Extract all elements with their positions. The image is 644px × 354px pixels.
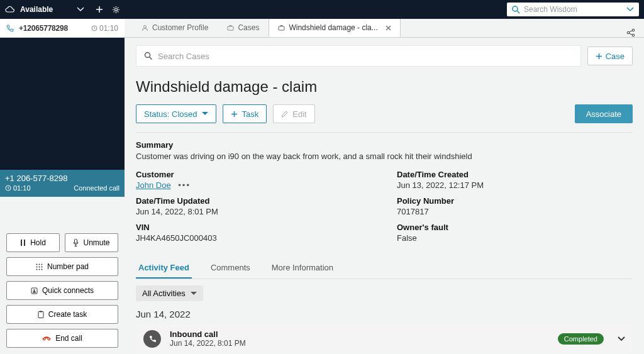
- new-case-button[interactable]: Case: [587, 47, 633, 65]
- connected-duration: 01:10: [13, 184, 31, 192]
- wisdom-search-input[interactable]: [524, 5, 626, 14]
- summary-text: Customer was driving on i90 on the way b…: [136, 152, 633, 161]
- hold-button[interactable]: Hold: [6, 233, 60, 252]
- case-title: Windshield damage - claim: [136, 78, 633, 96]
- svg-point-13: [41, 268, 42, 270]
- associate-button[interactable]: Associate: [575, 104, 633, 123]
- chevron-down-icon[interactable]: [626, 7, 634, 12]
- profile-icon: [142, 25, 148, 31]
- subtab-comments[interactable]: Comments: [208, 258, 253, 279]
- svg-rect-16: [38, 312, 43, 318]
- created-value: Jun 13, 2022, 12:17 PM: [397, 180, 633, 190]
- svg-point-23: [632, 34, 635, 36]
- fault-label: Owner's fault: [397, 223, 633, 232]
- policy-label: Policy Number: [397, 196, 633, 206]
- customer-link[interactable]: John Doe: [136, 180, 171, 190]
- svg-point-15: [33, 289, 35, 290]
- svg-point-10: [41, 266, 42, 267]
- clock-icon: [5, 185, 11, 191]
- svg-point-0: [115, 8, 118, 11]
- svg-rect-19: [228, 26, 233, 30]
- activity-title: Inbound call: [170, 329, 246, 339]
- pause-icon: [20, 240, 26, 246]
- active-call-card[interactable]: +12065778298 01:10: [0, 19, 125, 38]
- svg-rect-20: [279, 26, 284, 30]
- unmute-button[interactable]: Unmute: [65, 233, 118, 252]
- call-number: +12065778298: [19, 24, 68, 33]
- updated-value: Jun 14, 2022, 8:01 PM: [136, 207, 372, 216]
- svg-point-21: [632, 29, 635, 31]
- quick-connects-button[interactable]: Quick connects: [6, 281, 118, 300]
- summary-label: Summary: [136, 140, 633, 150]
- phone-circle-icon: [143, 330, 161, 348]
- status-dropdown-button[interactable]: Status: Closed: [136, 104, 216, 123]
- share-icon[interactable]: [618, 28, 644, 37]
- svg-rect-4: [75, 239, 77, 243]
- contacts-icon: [31, 287, 38, 294]
- subtab-activity-feed[interactable]: Activity Feed: [136, 258, 192, 279]
- connected-number: +1 206-577-8298: [5, 174, 119, 183]
- pencil-icon: [281, 111, 288, 118]
- search-cases-input[interactable]: [158, 52, 573, 61]
- search-icon: [512, 6, 520, 14]
- plus-icon: [231, 111, 238, 118]
- wisdom-search[interactable]: [507, 3, 639, 16]
- tab-case-detail[interactable]: Windshield damage - cla...: [269, 19, 400, 37]
- subtab-more-info[interactable]: More Information: [269, 258, 336, 279]
- numpad-button[interactable]: Number pad: [6, 257, 118, 276]
- status-dropdown[interactable]: [77, 7, 84, 12]
- caret-down-icon: [202, 112, 208, 116]
- activity-row[interactable]: Inbound call Jun 14, 2022, 8:01 PM Compl…: [136, 324, 633, 353]
- policy-value: 7017817: [397, 207, 633, 216]
- caret-down-icon: [191, 292, 197, 296]
- search-icon: [144, 52, 153, 60]
- svg-point-22: [627, 31, 630, 34]
- end-call-button[interactable]: End call: [6, 329, 118, 348]
- svg-point-6: [38, 263, 40, 265]
- svg-point-11: [36, 268, 37, 270]
- activity-filter[interactable]: All Activities: [136, 285, 203, 301]
- svg-point-18: [144, 25, 147, 28]
- vin-value: JH4KA4650JC000403: [136, 233, 372, 243]
- fault-value: False: [397, 233, 633, 243]
- mic-icon: [73, 239, 79, 246]
- agent-status: Available: [20, 5, 53, 14]
- svg-point-9: [38, 266, 40, 267]
- svg-point-7: [41, 263, 42, 265]
- svg-point-1: [513, 6, 518, 11]
- chevron-down-icon[interactable]: [618, 336, 625, 341]
- created-label: Date/Time Created: [397, 170, 633, 179]
- close-tab-icon[interactable]: [386, 25, 391, 31]
- svg-rect-17: [40, 311, 42, 313]
- svg-point-12: [38, 268, 40, 270]
- activity-time: Jun 14, 2022, 8:01 PM: [170, 339, 246, 348]
- plus-icon: [596, 53, 602, 60]
- briefcase-icon: [227, 25, 234, 31]
- settings-icon[interactable]: [112, 6, 120, 14]
- task-button[interactable]: Task: [223, 104, 267, 123]
- grid-icon: [36, 263, 43, 270]
- cloud-icon: [5, 6, 15, 13]
- vin-label: VIN: [136, 223, 372, 232]
- activity-status-badge: Completed: [558, 333, 604, 345]
- more-icon[interactable]: •••: [178, 180, 191, 190]
- edit-button: Edit: [273, 104, 314, 123]
- clock-icon: [91, 25, 97, 31]
- svg-point-24: [145, 53, 150, 58]
- search-cases[interactable]: [136, 45, 581, 67]
- connected-call-banner: +1 206-577-8298 01:10 Connected call: [0, 170, 125, 197]
- create-task-button[interactable]: Create task: [6, 305, 118, 324]
- clipboard-icon: [38, 311, 44, 318]
- briefcase-icon: [278, 25, 285, 31]
- call-duration: 01:10: [99, 24, 118, 33]
- add-icon[interactable]: [96, 6, 103, 13]
- activity-date-header: Jun 14, 2022: [136, 309, 633, 319]
- customer-label: Customer: [136, 170, 372, 179]
- tab-customer-profile[interactable]: Customer Profile: [132, 19, 218, 37]
- end-call-icon: [42, 335, 51, 341]
- updated-label: Date/Time Updated: [136, 196, 372, 206]
- svg-point-8: [36, 266, 37, 267]
- svg-point-5: [36, 263, 37, 265]
- connected-status: Connected call: [74, 184, 119, 192]
- tab-cases[interactable]: Cases: [218, 19, 269, 37]
